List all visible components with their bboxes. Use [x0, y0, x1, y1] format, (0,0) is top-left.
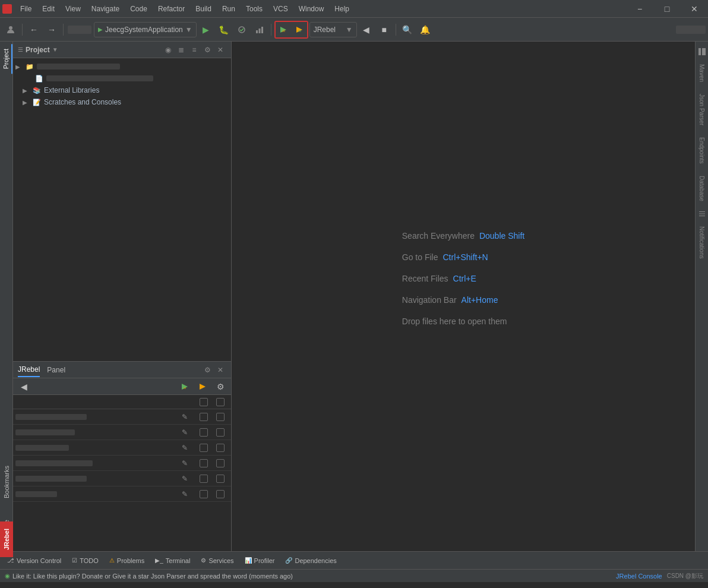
jrebel-panel-settings-btn[interactable]: ⚙ [212, 378, 229, 395]
forward-btn[interactable]: → [43, 21, 60, 38]
debug-button[interactable]: 🐛 [216, 21, 232, 38]
goto-file-shortcut[interactable]: Ctrl+Shift+N [442, 252, 488, 262]
menu-run[interactable]: Run [217, 2, 240, 15]
tree-label-1 [46, 75, 153, 81]
sidebar-item-database[interactable]: Database [697, 171, 707, 206]
menu-help[interactable]: Help [330, 2, 354, 15]
redacted-config [68, 26, 91, 34]
tree-item-0[interactable]: ▶ 📁 [13, 61, 231, 72]
row-5-checkbox-2[interactable] [216, 475, 225, 483]
jrebel-tab-panel[interactable]: Panel [47, 363, 65, 377]
project-panel-fold-icon: ☰ [18, 46, 23, 53]
tree-item-external-libs[interactable]: ▶ 📚 External Libraries [13, 84, 231, 96]
menu-view[interactable]: View [61, 2, 86, 15]
main-layout: Project Bookmarks Structure ☰ Project ▼ … [0, 42, 708, 551]
tab-problems[interactable]: ⚠ Problems [105, 555, 149, 567]
toolbar-avatar-btn[interactable] [2, 21, 19, 38]
row-1-checkbox-2[interactable] [216, 413, 225, 421]
jrebel-dropdown[interactable]: JRebel ▼ [309, 22, 357, 37]
row-4-edit-btn[interactable]: ✎ [179, 457, 191, 469]
panel-expand-btn[interactable]: ≡ [188, 44, 200, 56]
jrebel-header-check-1[interactable] [200, 398, 208, 406]
toolbar-stop-btn[interactable]: ■ [376, 21, 393, 38]
profile-button[interactable] [251, 21, 268, 38]
panel-close-btn[interactable]: ✕ [214, 44, 226, 56]
tree-item-scratches[interactable]: ▶ 📝 Scratches and Consoles [13, 96, 231, 108]
jrebel-panel-back-btn[interactable]: ◀ [15, 378, 32, 395]
tab-terminal[interactable]: ▶_ Terminal [150, 555, 195, 567]
tab-services[interactable]: ⚙ Services [196, 555, 238, 567]
sidebar-item-maven[interactable]: Maven [697, 59, 707, 87]
menu-navigate[interactable]: Navigate [87, 2, 124, 15]
svg-text:JR: JR [298, 29, 302, 33]
row-3-checkbox-2[interactable] [216, 444, 225, 452]
table-row[interactable]: ✎ [13, 409, 231, 425]
close-button[interactable]: ✕ [681, 0, 708, 18]
recent-files-shortcut[interactable]: Ctrl+E [453, 274, 476, 283]
panel-locate-btn[interactable]: ◉ [162, 44, 174, 56]
row-2-checkbox-2[interactable] [216, 428, 225, 437]
menu-refactor[interactable]: Refactor [153, 2, 189, 15]
table-row[interactable]: ✎ [13, 486, 231, 502]
sidebar-item-notifications[interactable]: Notifications [697, 222, 707, 263]
jrebel-debug-btn[interactable]: JR [292, 22, 307, 37]
menu-code[interactable]: Code [125, 2, 152, 15]
sidebar-item-endpoints[interactable]: Endpoints [697, 132, 707, 168]
row-2-edit-btn[interactable]: ✎ [179, 426, 191, 438]
row-6-checkbox-2[interactable] [216, 490, 225, 498]
nav-bar-shortcut[interactable]: Alt+Home [462, 295, 498, 305]
jrebel-close-btn[interactable]: ✕ [214, 364, 226, 376]
row-5-checkbox-1[interactable] [200, 475, 208, 483]
table-row[interactable]: ✎ [13, 440, 231, 456]
menu-edit[interactable]: Edit [37, 2, 59, 15]
search-everywhere-shortcut[interactable]: Double Shift [479, 231, 524, 241]
tab-dependencies[interactable]: 🔗 Dependencies [280, 555, 341, 567]
row-1-edit-btn[interactable]: ✎ [179, 411, 191, 423]
minimize-button[interactable]: − [626, 0, 653, 18]
row-3-edit-btn[interactable]: ✎ [179, 442, 191, 454]
row-6-checkbox-1[interactable] [200, 490, 208, 498]
sidebar-item-json-parser[interactable]: Json Parser [697, 89, 707, 130]
status-bar: ◉ Like it: Like this plugin? Donate or G… [0, 569, 708, 582]
jrebel-header-check-2[interactable] [216, 398, 225, 406]
table-row[interactable]: ✎ [13, 456, 231, 471]
sidebar-item-project[interactable]: Project [1, 44, 12, 74]
jrebel-settings-btn[interactable]: ⚙ [201, 364, 213, 376]
jrebel-left-tab[interactable]: JRebel [0, 521, 13, 557]
nav-bar-row: Navigation Bar Alt+Home [402, 295, 524, 305]
tree-item-1[interactable]: 📄 [13, 72, 231, 84]
tab-todo[interactable]: ☑ TODO [67, 555, 103, 567]
sidebar-item-bookmarks[interactable]: Bookmarks [1, 461, 12, 503]
menu-file[interactable]: File [15, 2, 36, 15]
row-5-edit-btn[interactable]: ✎ [179, 473, 191, 485]
coverage-button[interactable] [233, 21, 250, 38]
panel-settings-btn[interactable]: ⚙ [201, 44, 213, 56]
jrebel-tab-jrebel[interactable]: JRebel [18, 363, 40, 377]
row-1-checkbox-1[interactable] [200, 413, 208, 421]
jrebel-panel-run-btn[interactable]: JR [176, 378, 193, 395]
row-2-checkbox-1[interactable] [200, 428, 208, 437]
menu-window[interactable]: Window [294, 2, 329, 15]
row-4-checkbox-2[interactable] [216, 459, 225, 467]
jrebel-row-2-check2 [212, 428, 229, 437]
toolbar-prev-btn[interactable]: ◀ [358, 21, 375, 38]
panel-collapse-btn[interactable]: ≣ [175, 44, 187, 56]
row-6-edit-btn[interactable]: ✎ [179, 488, 191, 500]
notifications-btn[interactable]: 🔔 [417, 21, 434, 38]
jrebel-panel-debug-btn[interactable] [194, 378, 211, 395]
tab-profiler[interactable]: 📊 Profiler [240, 555, 280, 567]
table-row[interactable]: ✎ [13, 471, 231, 486]
project-panel-arrow[interactable]: ▼ [52, 46, 58, 53]
search-everywhere-btn[interactable]: 🔍 [399, 21, 416, 38]
table-row[interactable]: ✎ [13, 425, 231, 440]
menu-vcs[interactable]: VCS [268, 2, 293, 15]
menu-build[interactable]: Build [191, 2, 216, 15]
run-button[interactable]: ▶ [198, 21, 214, 38]
menu-tools[interactable]: Tools [241, 2, 267, 15]
row-3-checkbox-1[interactable] [200, 444, 208, 452]
row-4-checkbox-1[interactable] [200, 459, 208, 467]
run-config-dropdown[interactable]: ▶ JeecgSystemApplication ▼ [94, 22, 197, 37]
jrebel-run-btn[interactable]: JR [276, 22, 291, 37]
back-btn[interactable]: ← [26, 21, 42, 38]
maximize-button[interactable]: □ [653, 0, 681, 18]
